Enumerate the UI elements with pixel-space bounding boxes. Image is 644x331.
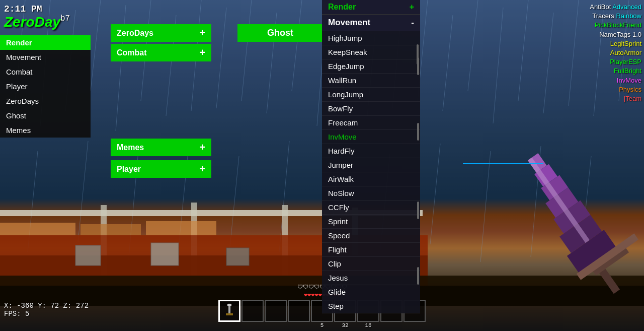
left-menu: Render Movement Combat Player ZeroDays G… <box>0 35 91 138</box>
movement-jesus[interactable]: Jesus <box>322 271 420 285</box>
svg-rect-48 <box>151 243 179 266</box>
movement-speed[interactable]: Speed <box>322 229 420 243</box>
movement-wallrun[interactable]: WallRun <box>322 74 420 88</box>
svg-rect-59 <box>528 158 590 243</box>
scroll-bar-keepsneak <box>417 57 419 75</box>
movement-step[interactable]: Step <box>322 299 420 313</box>
player-plus-icon: + <box>199 163 205 175</box>
movement-bowfly[interactable]: BowFly <box>322 102 420 116</box>
memes-label: Memes <box>117 143 144 152</box>
menu-item-ghost[interactable]: Ghost <box>0 108 91 123</box>
scroll-bar-jumper <box>417 202 419 219</box>
svg-rect-61 <box>599 269 620 294</box>
rh-autoarmor: AutoArmor <box>590 48 641 57</box>
movement-sprint[interactable]: Sprint <box>322 215 420 229</box>
memes-plus-icon: + <box>199 142 205 153</box>
movement-list: HighJump KeepSneak EdgeJump WallRun Long… <box>322 31 420 313</box>
movement-freecam[interactable]: Freecam <box>322 116 420 130</box>
zerodays-plus-icon: + <box>199 27 205 39</box>
menu-item-memes[interactable]: Memes <box>0 123 91 138</box>
movement-dropdown: Render + Movement - HighJump KeepSneak E… <box>322 0 420 313</box>
movement-jumper[interactable]: Jumper <box>322 158 420 172</box>
movement-hardfly[interactable]: HardFly <box>322 144 420 158</box>
rh-playeresp: PlayerESP <box>590 57 641 67</box>
movement-clip[interactable]: Clip <box>322 257 420 271</box>
rh-nametags: NameTags 1.0 <box>590 30 641 39</box>
movement-noslow[interactable]: NoSlow <box>322 186 420 201</box>
movement-flight[interactable]: Flight <box>322 243 420 257</box>
ghost-button[interactable]: Ghost <box>237 24 323 42</box>
svg-rect-49 <box>226 248 249 266</box>
render-label: Render <box>328 3 356 12</box>
rh-tracers: Tracers Rainbow <box>590 12 641 21</box>
zerodays-label: ZeroDays <box>117 29 153 38</box>
green-buttons-container: ZeroDays + Combat + <box>111 24 211 63</box>
movement-minus-icon: - <box>411 18 414 28</box>
movement-header[interactable]: Movement - <box>322 15 420 31</box>
player-label: Player <box>117 165 141 174</box>
memes-button[interactable]: Memes + <box>111 139 211 156</box>
menu-item-movement[interactable]: Movement <box>0 50 91 64</box>
svg-rect-46 <box>146 221 216 235</box>
movement-longjump[interactable]: LongJump <box>322 88 420 102</box>
right-hud: AntiBot Advanced Tracers Rainbow PickBlo… <box>590 3 641 103</box>
player-button[interactable]: Player + <box>111 160 211 178</box>
rh-team: |Team <box>590 94 641 103</box>
rh-antibot: AntiBot Advanced <box>590 3 641 12</box>
combat-label: Combat <box>117 48 147 57</box>
svg-rect-47 <box>75 245 101 266</box>
movement-invmove[interactable]: InvMove <box>322 130 420 144</box>
horizontal-line <box>463 163 543 164</box>
rh-physics: Physics <box>590 85 641 94</box>
render-plus-icon: + <box>410 3 414 12</box>
movement-label: Movement <box>328 18 370 28</box>
svg-rect-45 <box>80 224 141 235</box>
menu-item-combat[interactable]: Combat <box>0 64 91 79</box>
combat-plus-icon: + <box>199 47 205 58</box>
movement-ccfly[interactable]: CCFly <box>322 201 420 215</box>
rh-pickblock: PickBlockFriend <box>590 21 641 30</box>
lower-green-buttons: Memes + Player + <box>111 139 211 180</box>
scroll-bar-jesus <box>417 267 419 285</box>
scroll-bar-longjump <box>417 123 419 141</box>
rh-fullbright: FullBright <box>590 67 641 76</box>
movement-highjump[interactable]: HighJump <box>322 31 420 45</box>
rh-invmove: InvMove <box>590 76 641 85</box>
movement-glide[interactable]: Glide <box>322 285 420 299</box>
svg-rect-44 <box>0 223 75 235</box>
movement-keepsneak[interactable]: KeepSneak <box>322 45 420 59</box>
menu-item-render[interactable]: Render <box>0 35 91 50</box>
rh-tracers-mode: Rainbow <box>616 12 641 20</box>
rh-antibot-mode: Advanced <box>612 3 641 11</box>
render-header[interactable]: Render + <box>322 0 420 15</box>
menu-item-zerodays[interactable]: ZeroDays <box>0 94 91 108</box>
zerodays-button[interactable]: ZeroDays + <box>111 24 211 42</box>
movement-edgejump[interactable]: EdgeJump <box>322 59 420 74</box>
movement-airwalk[interactable]: AirWalk <box>322 172 420 186</box>
menu-item-player[interactable]: Player <box>0 79 91 94</box>
combat-button[interactable]: Combat + <box>111 44 211 61</box>
rh-legitsprint: LegitSprint <box>590 39 641 48</box>
